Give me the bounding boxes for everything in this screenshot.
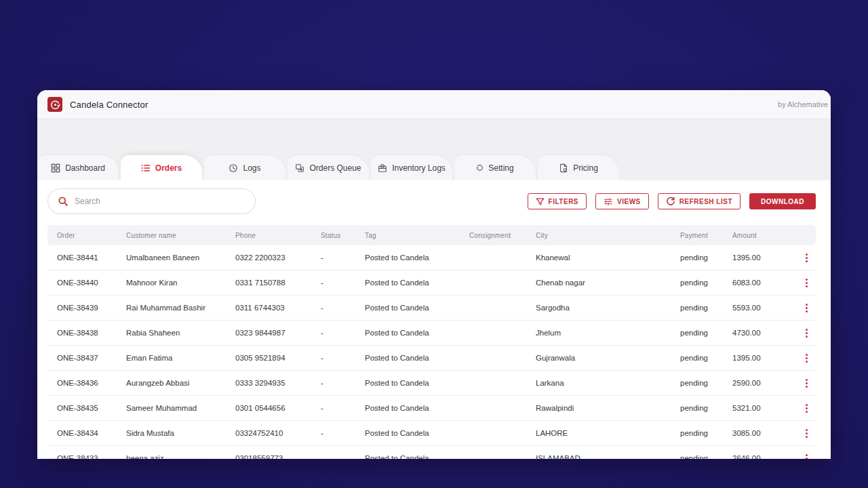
sliders-icon <box>604 197 613 206</box>
refresh-icon <box>666 197 675 206</box>
row-actions-kebab-icon[interactable] <box>798 375 814 391</box>
tab-strip: DashboardOrdersLogsOrders QueueInventory… <box>37 119 831 180</box>
app-window: Candela Connector by Alchemative Dashboa… <box>37 90 831 459</box>
cell-customer: Mahnoor Kiran <box>126 279 235 287</box>
cell-tag: Posted to Candela <box>365 253 469 262</box>
row-actions-kebab-icon[interactable] <box>798 300 814 316</box>
action-row: FILTERS VIEWS <box>47 188 816 214</box>
table-row[interactable]: ONE-38441Umalbaneen Baneen0322 2200323-P… <box>47 245 816 270</box>
cell-order: ONE-38439 <box>57 304 126 312</box>
cell-tag: Posted to Candela <box>365 404 469 412</box>
table-row[interactable]: ONE-38440Mahnoor Kiran0331 7150788-Poste… <box>47 270 816 296</box>
column-header: Payment <box>680 232 732 239</box>
column-header: Phone <box>235 232 321 239</box>
tab-setting[interactable]: Setting <box>454 155 536 180</box>
tab-label: Orders <box>155 163 182 173</box>
table-row[interactable]: ONE-38438Rabia Shaheen0323 9844987-Poste… <box>47 321 816 346</box>
orders-table: OrderCustomer namePhoneStatusTagConsignm… <box>47 225 816 459</box>
cell-customer: Sameer Muhammad <box>126 404 235 412</box>
tab-logs[interactable]: Logs <box>204 155 285 180</box>
cell-city: LAHORE <box>536 429 680 437</box>
tab-label: Setting <box>488 163 513 173</box>
table-header-row: OrderCustomer namePhoneStatusTagConsignm… <box>47 225 816 245</box>
cell-amount: 6083.00 <box>732 279 797 287</box>
file-icon <box>559 163 568 173</box>
tab-dashboard[interactable]: Dashboard <box>37 155 119 180</box>
cell-payment: pending <box>680 404 732 412</box>
row-actions-kebab-icon[interactable] <box>798 249 814 266</box>
cell-status: - <box>321 279 365 287</box>
cell-city: Chenab nagar <box>536 279 680 287</box>
cell-status: - <box>321 454 365 459</box>
funnel-icon <box>536 197 545 206</box>
cell-amount: 2646.00 <box>732 454 797 459</box>
cell-payment: pending <box>680 253 732 262</box>
tab-label: Inventory Logs <box>392 163 446 173</box>
tab-label: Dashboard <box>65 163 105 173</box>
table-row[interactable]: ONE-38439Rai Muhammad Bashir0311 6744303… <box>47 296 816 321</box>
search-input[interactable] <box>75 197 245 206</box>
cell-payment: pending <box>680 304 732 312</box>
cell-amount: 3085.00 <box>732 429 797 437</box>
tab-orders[interactable]: Orders <box>121 155 202 180</box>
byline: by Alchemative <box>778 100 828 108</box>
table-row[interactable]: ONE-38434Sidra Mustafa03324752410-Posted… <box>47 421 816 446</box>
cell-payment: pending <box>680 454 732 459</box>
cell-city: Gujranwala <box>536 354 680 362</box>
cell-amount: 4730.00 <box>732 329 797 337</box>
app-header: Candela Connector by Alchemative <box>37 90 831 119</box>
cell-payment: pending <box>680 379 732 387</box>
cell-order: ONE-38438 <box>57 329 126 337</box>
cell-phone: 0301 0544656 <box>235 404 321 412</box>
filters-label: FILTERS <box>549 198 578 205</box>
cell-tag: Posted to Candela <box>365 429 469 437</box>
download-button[interactable]: DOWNLOAD <box>749 193 816 209</box>
circle-icon <box>476 164 484 171</box>
row-actions-kebab-icon[interactable] <box>798 325 814 341</box>
cell-order: ONE-38434 <box>57 429 126 437</box>
table-row[interactable]: ONE-38433beena aziz03018559773-Posted to… <box>47 446 816 459</box>
cell-city: ISLAMABAD <box>536 454 680 459</box>
clock-icon <box>229 163 238 173</box>
cell-order: ONE-38440 <box>57 279 126 287</box>
cell-city: Rawalpindi <box>536 404 680 412</box>
cell-city: Jhelum <box>536 329 680 337</box>
column-header: Order <box>57 232 126 239</box>
filters-button[interactable]: FILTERS <box>528 193 587 209</box>
row-actions-kebab-icon[interactable] <box>798 425 814 441</box>
cell-order: ONE-38436 <box>57 379 126 387</box>
table-row[interactable]: ONE-38435Sameer Muhammad0301 0544656-Pos… <box>47 396 816 421</box>
table-row[interactable]: ONE-38437Eman Fatima0305 9521894-Posted … <box>47 346 816 371</box>
main-content: FILTERS VIEWS <box>37 180 831 459</box>
views-label: VIEWS <box>617 198 641 205</box>
column-header: Amount <box>732 232 797 239</box>
cell-tag: Posted to Candela <box>365 279 469 287</box>
tab-pricing[interactable]: Pricing <box>538 155 619 180</box>
cell-phone: 0322 2200323 <box>235 253 321 262</box>
cell-phone: 0323 9844987 <box>235 329 321 337</box>
row-actions-kebab-icon[interactable] <box>798 274 814 291</box>
views-button[interactable]: VIEWS <box>595 193 649 209</box>
cell-status: - <box>321 379 365 387</box>
table-row[interactable]: ONE-38436Aurangzeb Abbasi0333 3294935-Po… <box>47 371 816 396</box>
cell-phone: 0305 9521894 <box>235 354 321 362</box>
search-box[interactable] <box>47 188 256 214</box>
cell-phone: 03018559773 <box>235 454 321 459</box>
tab-inventory-logs[interactable]: Inventory Logs <box>371 155 452 180</box>
cell-payment: pending <box>680 329 732 337</box>
cell-phone: 03324752410 <box>235 429 321 437</box>
column-header: Status <box>321 232 365 239</box>
cell-amount: 5593.00 <box>732 304 797 312</box>
cell-status: - <box>321 354 365 362</box>
row-actions-kebab-icon[interactable] <box>798 350 814 366</box>
tab-bar: DashboardOrdersLogsOrders QueueInventory… <box>37 155 831 180</box>
toolbar-buttons: FILTERS VIEWS <box>528 193 816 209</box>
refresh-list-button[interactable]: REFRESH LIST <box>658 193 741 209</box>
tab-orders-queue[interactable]: Orders Queue <box>288 155 369 180</box>
column-header: Tag <box>365 232 469 239</box>
row-actions-kebab-icon[interactable] <box>798 450 814 459</box>
tab-label: Orders Queue <box>309 163 361 173</box>
row-actions-kebab-icon[interactable] <box>798 400 814 416</box>
grid-icon <box>51 163 60 173</box>
cell-customer: Eman Fatima <box>126 354 235 362</box>
